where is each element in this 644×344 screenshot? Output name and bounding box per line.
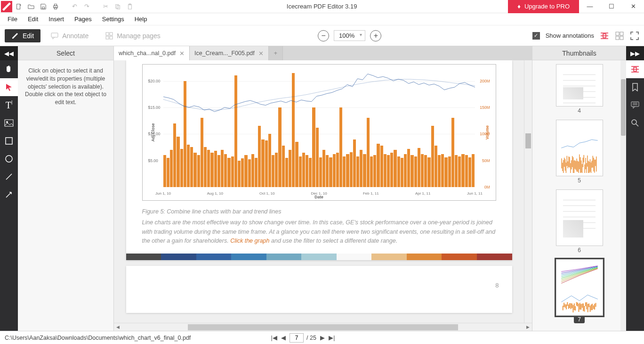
show-annotations-checkbox[interactable]: ✓ — [532, 32, 540, 40]
grid-view-icon[interactable] — [615, 31, 624, 41]
prev-page-button[interactable]: ◀ — [280, 334, 287, 341]
cut-icon[interactable]: ✂ — [100, 1, 111, 12]
single-page-view-icon[interactable] — [600, 31, 609, 41]
next-page-button[interactable]: ▶ — [319, 334, 326, 341]
svg-rect-73 — [572, 303, 572, 308]
left-panel-collapse[interactable]: ◀◀ — [0, 46, 18, 60]
svg-rect-61 — [593, 158, 594, 172]
tab-0[interactable]: which_cha...nal_0.pdf ✕ — [114, 46, 190, 60]
svg-rect-50 — [583, 155, 584, 163]
svg-rect-30 — [565, 163, 566, 173]
edit-mode-button[interactable]: Edit — [5, 29, 40, 42]
vertical-scrollbar[interactable] — [524, 60, 532, 323]
close-button[interactable]: ✕ — [622, 0, 644, 13]
menu-file[interactable]: File — [3, 14, 22, 24]
svg-rect-39 — [573, 160, 574, 173]
first-page-button[interactable]: |◀ — [271, 334, 277, 341]
tab-1[interactable]: Ice_Cream..._F005.pdf ✕ — [190, 46, 269, 60]
thumbnail-list[interactable]: 4567 — [532, 60, 626, 331]
menu-insert[interactable]: Insert — [44, 14, 69, 24]
rectangle-tool[interactable] — [0, 132, 18, 150]
svg-rect-74 — [572, 305, 573, 312]
svg-rect-45 — [579, 155, 580, 170]
comments-tab-icon[interactable] — [626, 96, 644, 114]
svg-rect-90 — [591, 304, 592, 311]
page-input[interactable] — [290, 333, 304, 343]
svg-line-23 — [6, 174, 12, 180]
menu-help[interactable]: Help — [130, 14, 152, 24]
menu-edit[interactable]: Edit — [23, 14, 43, 24]
document-scroll[interactable]: Adj Close Volume Date $5.00$10.00$15.00$… — [114, 60, 524, 323]
figure-caption-title: Figure 5: Combine line charts with bar a… — [142, 207, 496, 216]
manage-pages-button[interactable]: Manage pages — [99, 29, 167, 42]
svg-rect-86 — [586, 302, 587, 309]
upgrade-button[interactable]: ♦ Upgrade to PRO — [508, 0, 579, 13]
svg-rect-51 — [584, 164, 585, 173]
close-icon[interactable]: ✕ — [179, 50, 185, 57]
thumbnail-page-7[interactable] — [556, 259, 603, 316]
svg-rect-17 — [616, 36, 619, 40]
print-icon[interactable] — [50, 1, 61, 12]
grid-icon — [105, 32, 113, 40]
copy-icon[interactable] — [112, 1, 123, 12]
svg-rect-81 — [580, 304, 581, 310]
svg-rect-65 — [562, 306, 563, 311]
menu-settings[interactable]: Settings — [97, 14, 129, 24]
right-panel-title: Thumbnails — [532, 46, 626, 60]
thumbnail-page-6[interactable] — [556, 189, 603, 246]
hscroll-left[interactable]: ◀ — [114, 323, 122, 331]
hscroll-right[interactable]: ▶ — [524, 323, 532, 331]
zoom-in-button[interactable]: + — [370, 30, 381, 41]
hand-tool[interactable] — [0, 60, 18, 78]
svg-line-24 — [6, 192, 11, 197]
thumbnail-label: 7 — [574, 316, 585, 323]
tab-bar: which_cha...nal_0.pdf ✕ Ice_Cream..._F00… — [114, 46, 532, 60]
page-total: / 25 — [306, 335, 316, 341]
svg-rect-72 — [570, 303, 571, 309]
redo-icon[interactable]: ↷ — [81, 1, 92, 12]
thumbnail-label: 6 — [578, 246, 581, 256]
zoom-out-button[interactable]: − — [318, 30, 329, 41]
svg-rect-3 — [54, 4, 56, 6]
line-tool[interactable] — [0, 168, 18, 186]
menu-pages[interactable]: Pages — [70, 14, 97, 24]
maximize-button[interactable]: ☐ — [601, 0, 622, 13]
svg-rect-93 — [594, 303, 595, 310]
svg-rect-44 — [578, 162, 579, 173]
thumbnails-tab-icon[interactable] — [626, 60, 644, 78]
bookmarks-tab-icon[interactable] — [626, 78, 644, 96]
undo-icon[interactable]: ↶ — [69, 1, 80, 12]
last-page-button[interactable]: ▶| — [329, 334, 335, 341]
thumbnail-page-4[interactable] — [556, 64, 603, 106]
chart-figure-5: Adj Close Volume Date $5.00$10.00$15.00$… — [142, 64, 496, 201]
thumbnail-page-5[interactable] — [556, 120, 603, 176]
select-tool[interactable] — [0, 78, 18, 96]
svg-rect-40 — [574, 160, 575, 169]
svg-rect-53 — [586, 163, 587, 173]
fullscreen-icon[interactable] — [630, 31, 639, 41]
close-icon[interactable]: ✕ — [258, 50, 264, 57]
annotate-mode-button[interactable]: Annotate — [44, 29, 95, 42]
svg-rect-96 — [631, 102, 639, 106]
svg-rect-54 — [587, 156, 588, 167]
svg-point-99 — [632, 120, 636, 124]
click-graph-link[interactable]: Click the graph — [230, 238, 269, 244]
search-tab-icon[interactable] — [626, 114, 644, 132]
image-tool[interactable] — [0, 114, 18, 132]
minimize-button[interactable]: — — [579, 0, 601, 13]
arrow-tool[interactable] — [0, 186, 18, 204]
zoom-select[interactable]: 100% — [334, 30, 365, 41]
add-tab-button[interactable]: + — [269, 46, 283, 60]
save-icon[interactable] — [38, 1, 49, 12]
left-panel-title: Select — [18, 46, 113, 60]
ellipse-tool[interactable] — [0, 150, 18, 168]
paste-icon[interactable] — [124, 1, 136, 12]
open-icon[interactable] — [25, 1, 37, 12]
text-tool[interactable]: T| — [0, 96, 18, 114]
thumbs-scrollbar[interactable] — [620, 60, 626, 331]
svg-rect-27 — [563, 160, 564, 173]
svg-rect-26 — [562, 163, 563, 171]
right-panel-collapse[interactable]: ▶▶ — [626, 46, 644, 60]
horizontal-scrollbar[interactable]: ◀ ▶ — [114, 323, 532, 331]
new-icon[interactable] — [13, 1, 24, 12]
